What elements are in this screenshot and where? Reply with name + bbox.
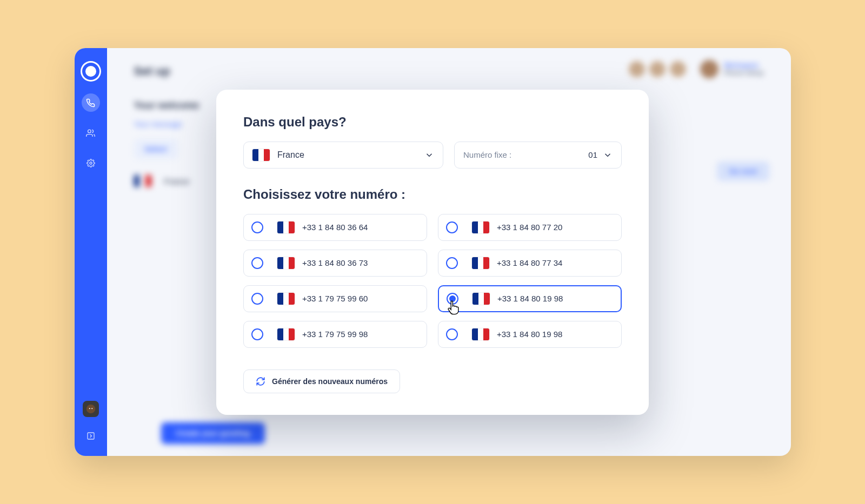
cta-button: Create your greeting <box>161 422 265 444</box>
users-icon <box>86 129 95 138</box>
svg-point-3 <box>89 408 90 409</box>
user-menu[interactable]: Workspace Phone Setup <box>700 60 763 78</box>
radio-icon <box>251 328 263 340</box>
number-option[interactable]: +33 1 79 75 99 98 <box>243 321 427 348</box>
country-select[interactable]: France <box>243 142 443 169</box>
number-text: +33 1 79 75 99 60 <box>302 294 368 303</box>
user-avatar <box>700 60 718 78</box>
number-text: +33 1 84 80 77 34 <box>497 258 562 267</box>
app-logo <box>81 61 101 82</box>
radio-icon <box>446 221 458 233</box>
number-selection-modal: Dans quel pays? France Numéro fixe : 01 … <box>216 90 649 415</box>
number-option[interactable]: +33 1 84 80 77 20 <box>438 214 622 241</box>
svg-point-4 <box>91 408 92 409</box>
generate-label: Générer des nouveaux numéros <box>272 377 388 386</box>
sidebar-item-users[interactable] <box>82 124 100 142</box>
radio-selected-icon <box>447 293 458 305</box>
svg-point-1 <box>90 162 92 164</box>
number-option[interactable]: +33 1 79 75 99 60 <box>243 285 427 312</box>
type-value: 01 <box>588 150 597 159</box>
country-heading: Dans quel pays? <box>243 115 622 130</box>
number-text: +33 1 84 80 19 98 <box>497 330 562 339</box>
refresh-icon <box>256 377 265 386</box>
user-line1: Workspace <box>724 62 763 69</box>
france-flag-icon <box>277 328 295 340</box>
radio-icon <box>446 328 458 340</box>
right-pill: Go next <box>717 162 769 181</box>
sidebar <box>75 48 107 456</box>
number-text: +33 1 84 80 36 64 <box>302 223 368 232</box>
avatar-face-icon <box>86 404 96 414</box>
svg-rect-5 <box>88 433 94 439</box>
sidebar-avatar[interactable] <box>83 401 99 417</box>
app-window: Set up Workspace Phone Setup Your welcom… <box>75 48 791 456</box>
avatar[interactable] <box>648 60 667 78</box>
phone-icon <box>86 98 95 107</box>
number-text: +33 1 84 80 36 73 <box>302 258 368 267</box>
france-flag-icon <box>472 328 489 340</box>
radio-icon <box>251 293 263 305</box>
france-flag-icon <box>277 293 295 305</box>
flag-label: France <box>164 177 190 186</box>
avatar[interactable] <box>628 60 646 78</box>
avatar[interactable] <box>669 60 687 78</box>
number-option[interactable]: +33 1 84 80 36 73 <box>243 250 427 277</box>
number-text: +33 1 84 80 19 98 <box>497 294 563 303</box>
country-value: France <box>277 150 424 160</box>
france-flag-icon <box>472 221 489 233</box>
number-option[interactable]: +33 1 84 80 19 98 <box>438 321 622 348</box>
france-flag-icon <box>473 293 490 305</box>
choose-heading: Choisissez votre numéro : <box>243 187 622 202</box>
france-flag-icon <box>472 257 489 269</box>
chevron-down-icon <box>603 150 613 160</box>
svg-point-2 <box>86 405 95 414</box>
number-text: +33 1 84 80 77 20 <box>497 223 562 232</box>
header-avatars: Workspace Phone Setup <box>628 60 763 78</box>
france-flag-icon <box>252 149 270 161</box>
number-text: +33 1 79 75 99 98 <box>302 330 368 339</box>
type-label: Numéro fixe : <box>463 150 511 159</box>
select-pill: Select <box>134 139 178 159</box>
number-grid: +33 1 84 80 36 64 +33 1 84 80 77 20 +33 … <box>243 214 622 348</box>
sidebar-item-settings[interactable] <box>82 154 100 172</box>
france-flag-icon <box>277 257 295 269</box>
svg-point-0 <box>88 130 91 133</box>
number-option[interactable]: +33 1 84 80 77 34 <box>438 250 622 277</box>
france-flag-icon <box>277 221 295 233</box>
sidebar-item-phone[interactable] <box>82 93 100 112</box>
user-line2: Phone Setup <box>724 69 763 77</box>
chevron-down-icon <box>424 150 434 160</box>
sidebar-item-expand[interactable] <box>82 427 100 445</box>
radio-icon <box>251 221 263 233</box>
expand-icon <box>86 432 95 440</box>
number-type-select[interactable]: Numéro fixe : 01 <box>454 142 622 169</box>
radio-icon <box>446 257 458 269</box>
radio-icon <box>251 257 263 269</box>
france-flag-icon <box>134 175 151 187</box>
gear-icon <box>86 159 95 167</box>
number-option-selected[interactable]: +33 1 84 80 19 98 <box>438 285 622 312</box>
generate-numbers-button[interactable]: Générer des nouveaux numéros <box>243 369 400 393</box>
number-option[interactable]: +33 1 84 80 36 64 <box>243 214 427 241</box>
